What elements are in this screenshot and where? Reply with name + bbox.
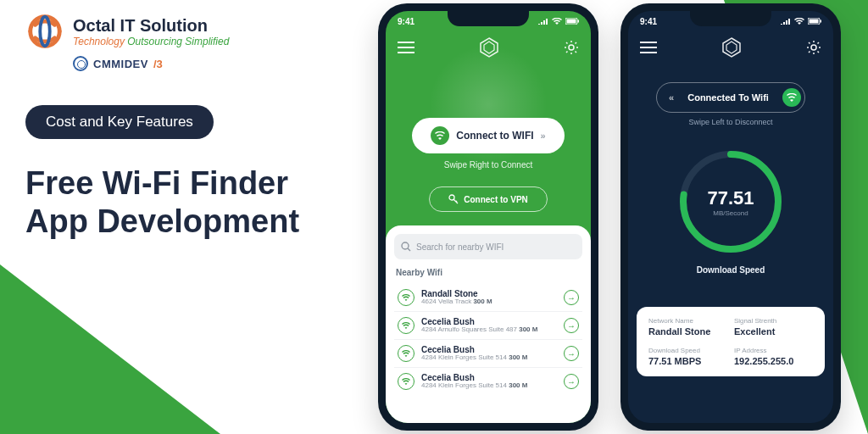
app-logo-icon [721,36,743,58]
phone-mockup-dark: 9:41 « Connected [620,3,841,431]
phone-mockup-green: 9:41 [378,3,598,431]
wifi-address: 4624 Vella Track 300 M [421,298,557,306]
status-time: 9:41 [640,17,657,26]
connected-pill[interactable]: « Connected To Wifi [656,82,805,113]
wifi-row[interactable]: Cecelia Bush4284 Klein Forges Suite 514 … [394,368,582,395]
chip-cost-features: Cost and Key Features [25,105,214,139]
section-label-nearby: Nearby Wifi [396,268,582,277]
wifi-address: 4284 Arnulfo Squares Suite 487 300 M [421,326,557,334]
menu-icon[interactable] [398,42,415,53]
search-input[interactable]: Search for nearby WIFI [394,234,582,259]
nearby-wifi-sheet: Search for nearby WIFI Nearby Wifi Randa… [386,225,591,423]
signal-icon [538,18,548,25]
download-speed-label: Download Speed [628,265,833,275]
wifi-row[interactable]: Cecelia Bush4284 Klein Forges Suite 514 … [394,340,582,368]
gauge-unit: MB/Second [713,209,748,217]
search-icon [401,242,411,252]
svg-rect-2 [567,19,576,24]
wifi-address: 4284 Klein Forges Suite 514 300 M [421,382,557,390]
wifi-icon [782,88,801,107]
search-placeholder: Search for nearby WIFI [416,242,504,252]
signal-icon [781,18,791,25]
download-speed-value: 77.51 MBPS [648,356,727,366]
cmmi-icon [73,56,88,71]
battery-icon [565,18,579,25]
wifi-list: Randall Stone4624 Vella Track 300 M→Cece… [394,284,582,395]
network-info-card: Network Name Randall Stone Signal Strent… [637,307,825,376]
menu-icon[interactable] [640,42,657,53]
brand-block: Octal IT Solution Technology Outsourcing… [25,12,364,51]
settings-icon[interactable] [806,40,821,55]
svg-point-8 [402,242,409,249]
connect-vpn-label: Connect to VPN [464,195,528,204]
brand-tagline: Technology Outsourcing Simplified [73,36,229,47]
wifi-row[interactable]: Randall Stone4624 Vella Track 300 M→ [394,284,582,312]
chevrons-left-icon: « [669,92,674,103]
arrow-right-icon[interactable]: → [564,318,579,333]
wifi-icon [398,289,415,306]
svg-rect-11 [821,20,822,23]
arrow-right-icon[interactable]: → [564,374,579,389]
connect-wifi-label: Connect to WIFI [456,130,533,142]
wifi-icon [398,345,415,362]
cmmi-label: CMMIDEV [93,58,148,70]
swipe-hint: Swipe Left to Disconnect [628,118,833,126]
network-name-value: Randall Stone [648,326,727,337]
svg-rect-3 [578,20,580,23]
svg-point-6 [569,45,574,50]
svg-marker-13 [726,42,737,53]
brand-name: Octal IT Solution [73,16,229,36]
status-time: 9:41 [398,17,415,26]
headline: Free Wi-Fi Finder App Development [25,164,364,241]
connect-wifi-button[interactable]: Connect to WIFI » [412,118,565,153]
svg-point-14 [811,45,816,50]
signal-key: Signal Strenth [734,317,813,325]
svg-rect-10 [810,19,819,24]
ip-value: 192.255.255.0 [734,356,813,366]
arrow-right-icon[interactable]: → [564,290,579,305]
wifi-icon [398,317,415,334]
signal-value: Excellent [734,326,813,337]
wifi-address: 4284 Klein Forges Suite 514 300 M [421,354,557,362]
ip-key: IP Address [734,347,813,354]
phone-notch [448,11,529,26]
wifi-icon [431,126,449,145]
speed-gauge: 77.51 MB/Second [676,147,786,257]
connected-label: Connected To Wifi [687,92,769,103]
connect-vpn-button[interactable]: Connect to VPN [429,186,548,212]
wifi-icon [398,373,415,390]
phone-notch [690,11,771,26]
wifi-row[interactable]: Cecelia Bush4284 Arnulfo Squares Suite 4… [394,312,582,340]
network-name-key: Network Name [648,317,727,325]
cmmi-badge: CMMIDEV /3 [73,56,364,71]
settings-icon[interactable] [564,40,579,55]
brand-logo-icon [25,12,64,51]
background-triangle-bottom-left [0,264,220,434]
download-speed-key: Download Speed [648,347,727,354]
cmmi-level: /3 [153,58,163,70]
gauge-value: 77.51 [707,187,754,209]
battery-icon [808,18,821,25]
key-icon [448,194,459,204]
wifi-status-icon [552,18,562,25]
chevrons-right-icon: » [541,131,546,141]
arrow-right-icon[interactable]: → [564,346,579,361]
wifi-status-icon [794,18,804,25]
